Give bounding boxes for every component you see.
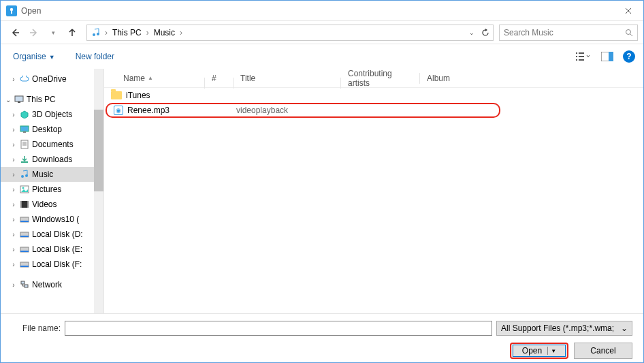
filter-label: All Support Files (*.mp3;*.wma; (501, 323, 614, 333)
close-button[interactable] (613, 1, 643, 21)
chevron-right-icon[interactable]: › (103, 28, 109, 37)
tree-label: Local Disk (F: (31, 259, 82, 269)
tree-item-documents[interactable]: ›Documents (1, 137, 103, 152)
tree-item-videos[interactable]: ›Videos (1, 197, 103, 212)
column-number[interactable]: # (205, 74, 234, 83)
svg-rect-15 (20, 126, 29, 131)
chevron-right-icon[interactable]: › (9, 185, 18, 194)
tree-label: Downloads (31, 155, 72, 164)
tree-this-pc[interactable]: ⌄ This PC (1, 92, 103, 107)
disk-icon (18, 245, 31, 253)
chevron-right-icon[interactable]: › (9, 230, 18, 239)
view-options-button[interactable] (571, 48, 594, 65)
new-folder-label: New folder (76, 52, 114, 61)
chevron-right-icon[interactable]: › (9, 125, 18, 134)
preview-pane-button[interactable] (596, 48, 619, 65)
chevron-right-icon[interactable]: › (145, 28, 150, 37)
tree-item-disk[interactable]: ›Windows10 ( (1, 212, 103, 227)
forward-button[interactable] (25, 24, 43, 42)
tree-item-music[interactable]: ›Music (1, 167, 103, 182)
chevron-down-icon[interactable]: ⌄ (3, 95, 13, 104)
breadcrumb-music[interactable]: Music (150, 25, 178, 40)
column-name[interactable]: Name▲ (104, 74, 205, 83)
tree-item-pictures[interactable]: ›Pictures (1, 182, 103, 197)
svg-rect-7 (576, 56, 577, 57)
svg-point-4 (626, 29, 631, 34)
file-row[interactable]: iTunes (104, 88, 643, 103)
column-contributing-artists[interactable]: Contributing artists (341, 69, 420, 88)
file-title: videoplayback (236, 106, 344, 115)
tree-item-disk[interactable]: ›Local Disk (D: (1, 227, 103, 242)
search-input[interactable] (504, 28, 625, 37)
disk-icon (18, 260, 31, 268)
disk-icon (18, 215, 31, 223)
folder-icon (111, 91, 122, 99)
filename-input[interactable] (65, 321, 492, 336)
file-name: Renee.mp3 (127, 106, 170, 115)
tree-label: Documents (31, 140, 74, 149)
chevron-right-icon[interactable]: › (9, 155, 18, 164)
app-icon (6, 5, 17, 16)
chevron-right-icon[interactable]: › (9, 140, 18, 149)
caret-down-icon: ▼ (551, 348, 556, 354)
svg-rect-1 (11, 11, 12, 14)
svg-point-22 (22, 187, 25, 189)
column-headers: Name▲ # Title Contributing artists Album (104, 69, 643, 88)
svg-rect-31 (20, 251, 29, 252)
audio-file-icon: ◉ (114, 106, 123, 115)
3d-icon (18, 110, 31, 119)
back-button[interactable] (6, 24, 24, 42)
file-list: Name▲ # Title Contributing artists Album… (104, 69, 643, 319)
tree-item-downloads[interactable]: ›Downloads (1, 152, 103, 167)
chevron-right-icon[interactable]: › (9, 110, 18, 119)
tree-label: Desktop (31, 125, 62, 134)
address-history-dropdown[interactable]: ⌄ (466, 25, 478, 40)
disk-icon (18, 230, 31, 238)
svg-rect-14 (18, 101, 20, 103)
recent-dropdown[interactable]: ▾ (44, 24, 62, 42)
tree-label: 3D Objects (31, 110, 72, 119)
chevron-right-icon[interactable]: › (9, 74, 18, 84)
tree-item-desktop[interactable]: ›Desktop (1, 122, 103, 137)
file-row[interactable]: ◉Renee.mp3videoplayback (106, 103, 500, 118)
file-type-filter[interactable]: All Support Files (*.mp3;*.wma; ⌄ (496, 321, 632, 336)
refresh-button[interactable] (479, 25, 492, 40)
svg-rect-29 (20, 236, 29, 237)
organise-menu[interactable]: Organise ▼ (9, 49, 59, 64)
chevron-right-icon[interactable]: › (178, 28, 184, 37)
sort-asc-icon: ▲ (148, 75, 153, 81)
view-icon (576, 52, 590, 61)
search-box[interactable] (499, 25, 638, 41)
tree-item-disk[interactable]: ›Local Disk (E: (1, 242, 103, 257)
tree-scrollbar[interactable] (94, 69, 103, 319)
chevron-right-icon[interactable]: › (9, 244, 18, 254)
chevron-right-icon[interactable]: › (9, 215, 18, 224)
up-button[interactable] (63, 24, 81, 42)
scrollbar-thumb[interactable] (94, 110, 103, 191)
svg-point-20 (25, 174, 28, 177)
chevron-right-icon[interactable]: › (9, 259, 18, 269)
pictures-icon (18, 185, 31, 193)
svg-rect-34 (21, 281, 25, 284)
chevron-right-icon[interactable]: › (9, 200, 18, 209)
cancel-button[interactable]: Cancel (574, 343, 632, 359)
svg-point-3 (97, 33, 99, 35)
tree-item-disk[interactable]: ›Local Disk (F: (1, 257, 103, 272)
tree-onedrive[interactable]: › OneDrive (1, 72, 103, 86)
address-bar[interactable]: › This PC › Music › ⌄ (86, 25, 494, 41)
refresh-icon (481, 29, 489, 37)
open-button[interactable]: Open▼ (510, 343, 568, 359)
svg-rect-5 (576, 52, 577, 54)
help-button[interactable]: ? (623, 50, 635, 63)
breadcrumb-this-pc[interactable]: This PC (109, 25, 145, 40)
file-name: iTunes (126, 91, 150, 100)
svg-rect-33 (20, 266, 29, 267)
main-area: › OneDrive ⌄ This PC ›3D Objects›Desktop… (1, 69, 643, 319)
chevron-right-icon[interactable]: › (9, 170, 18, 179)
tree-item-3d[interactable]: ›3D Objects (1, 107, 103, 122)
column-title[interactable]: Title (234, 74, 341, 83)
column-album[interactable]: Album (420, 74, 643, 83)
new-folder-button[interactable]: New folder (71, 49, 118, 64)
tree-network[interactable]: › Network (1, 277, 103, 292)
chevron-right-icon[interactable]: › (9, 280, 18, 289)
